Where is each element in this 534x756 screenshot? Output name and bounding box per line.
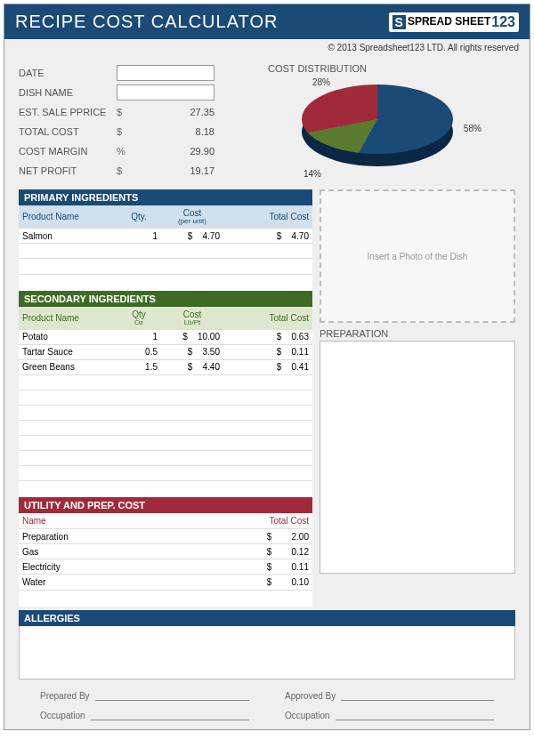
total-cost-label: TOTAL COST (19, 126, 117, 137)
logo: SSPREAD SHEET123 (389, 12, 519, 32)
date-input[interactable] (117, 65, 214, 81)
cost-distribution-chart: COST DISTRIBUTION 28% 14% 58% (268, 63, 515, 181)
chart-title: COST DISTRIBUTION (268, 63, 515, 74)
utility-header: UTILITY AND PREP. COST (19, 497, 312, 513)
pie-label-primary: 58% (464, 124, 481, 133)
secondary-total-label: TOTAL (19, 481, 250, 498)
occupation-label-1: Occupation (40, 711, 85, 720)
primary-header: PRIMARY INGREDIENTS (19, 189, 312, 205)
utility-table: NameTotal Cost Preparation$ 2.00Gas$ 0.1… (19, 513, 312, 590)
title-bar: RECIPE COST CALCULATOR SSPREAD SHEET123 (4, 4, 530, 39)
secondary-table: Product NameQtyOzCostLb/PtTotal Cost Pot… (19, 307, 312, 481)
pie-label-utility: 28% (312, 77, 330, 87)
primary-total: 4.70 (268, 274, 312, 291)
dish-name-input[interactable] (117, 84, 214, 101)
table-row[interactable]: Preparation$ 2.00 (19, 529, 312, 544)
utility-total-label: TOTAL (19, 590, 250, 607)
pie-chart (302, 84, 453, 154)
secondary-total: 1.15 (268, 481, 312, 498)
utility-total: 2.33 (268, 590, 312, 607)
pie-label-secondary: 14% (303, 169, 321, 179)
primary-total-label: TOTAL (19, 274, 250, 291)
prepared-by-line[interactable] (95, 688, 249, 701)
occupation-label-2: Occupation (285, 711, 330, 720)
dish-label: DISH NAME (19, 87, 117, 98)
table-row[interactable]: Tartar Sauce0.5$ 3.50$ 0.11 (19, 344, 312, 359)
table-row[interactable]: Potato1$ 10.00$ 0.63 (19, 329, 312, 344)
secondary-header: SECONDARY INGREDIENTS (19, 291, 312, 307)
primary-table: Product NameQty.Cost(per unit)Total Cost… (19, 205, 312, 274)
date-label: DATE (19, 68, 117, 78)
summary-panel: DATE DISH NAME EST. SALE PPRICE$27.35 TO… (19, 63, 268, 181)
page-title: RECIPE COST CALCULATOR (15, 12, 278, 32)
occupation-line-2[interactable] (336, 708, 494, 720)
allergies-header: ALLERGIES (19, 610, 515, 626)
approved-by-label: Approved By (285, 691, 336, 701)
total-cost-value: 8.18 (134, 126, 214, 137)
cost-margin-value: 29.90 (134, 146, 214, 157)
table-row[interactable]: Salmon1$ 4.70$ 4.70 (19, 229, 312, 244)
table-row[interactable]: Electricity$ 0.11 (19, 559, 312, 575)
preparation-box[interactable] (320, 341, 515, 574)
table-row[interactable]: Gas$ 0.12 (19, 544, 312, 559)
est-price-label: EST. SALE PPRICE (19, 107, 117, 117)
net-profit-value: 19.17 (134, 165, 214, 176)
preparation-label: PREPARATION (320, 328, 515, 339)
dish-photo-placeholder[interactable]: Insert a Photo of the Dish (320, 189, 515, 323)
cost-margin-label: COST MARGIN (19, 146, 117, 157)
approved-by-line[interactable] (341, 688, 494, 701)
net-profit-label: NET PROFIT (19, 165, 117, 176)
allergies-box[interactable] (19, 626, 515, 680)
est-price-value: 27.35 (134, 107, 214, 117)
table-row[interactable]: Green Beans1.5$ 4.40$ 0.41 (19, 359, 312, 374)
copyright: © 2013 Spreadsheet123 LTD. All rights re… (4, 39, 530, 60)
prepared-by-label: Prepared By (40, 691, 90, 701)
occupation-line-1[interactable] (91, 708, 249, 720)
table-row[interactable]: Water$ 0.10 (19, 575, 312, 590)
